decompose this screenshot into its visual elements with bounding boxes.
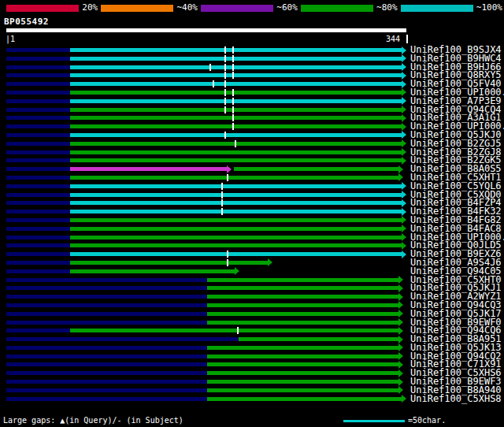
alignment-bar[interactable] <box>70 227 402 231</box>
identity-scale: 20%~40%~60%~80%~100% <box>6 2 502 13</box>
scale-segment-label: 20% <box>82 2 98 13</box>
alignment-bar[interactable] <box>207 371 398 375</box>
query-uncovered-line <box>6 218 70 222</box>
gaps-note: Large gaps: ▲(in Query)/- (in Subject) <box>3 415 183 426</box>
alignment-bar[interactable] <box>207 388 398 392</box>
alignment-bar[interactable] <box>207 321 398 325</box>
ruler-end-label: 344 <box>386 35 400 43</box>
alignment-bar[interactable] <box>70 73 402 77</box>
arrowhead-icon <box>402 106 406 113</box>
arrowhead-icon <box>402 131 406 139</box>
alignment-bar[interactable] <box>70 193 402 197</box>
scale-legend-line <box>343 420 405 422</box>
arrowhead-icon <box>398 352 403 360</box>
gap-marker-icon <box>221 208 223 215</box>
alignment-bar[interactable] <box>70 201 402 205</box>
arrowhead-icon <box>398 343 403 351</box>
alignment-bar[interactable] <box>70 65 402 69</box>
alignment-bar[interactable] <box>70 329 398 332</box>
alignment-bar[interactable] <box>70 150 402 154</box>
gap-marker-icon <box>232 123 234 130</box>
gap-marker-icon <box>221 191 223 199</box>
alignment-bar[interactable] <box>207 380 398 384</box>
query-uncovered-line <box>6 388 207 392</box>
arrowhead-icon <box>398 284 403 292</box>
query-uncovered-line <box>6 65 70 69</box>
scale-segment-label: ~80% <box>376 2 398 13</box>
query-uncovered-line <box>6 312 207 316</box>
query-bar <box>6 28 406 32</box>
query-uncovered-line <box>6 210 70 214</box>
query-uncovered-line <box>6 133 70 137</box>
query-uncovered-line <box>6 158 70 162</box>
query-uncovered-line <box>6 48 70 52</box>
alignment-bar[interactable] <box>70 124 402 128</box>
query-uncovered-line <box>6 286 207 290</box>
alignment-plot: UniRef100_B9SJX4UniRef100_B9HWC4UniRef10… <box>0 46 504 403</box>
gap-marker-icon <box>237 327 239 334</box>
arrowhead-icon <box>402 46 406 54</box>
alignment-bar[interactable] <box>70 82 402 86</box>
alignment-bar[interactable] <box>207 286 398 290</box>
alignment-bar[interactable] <box>70 261 267 265</box>
alignment-bar[interactable] <box>207 295 398 299</box>
alignment-row: UniRef100_C5XHS8 <box>0 395 504 403</box>
scale-segment-label: ~40% <box>176 2 198 13</box>
alignment-bar[interactable] <box>207 397 402 401</box>
arrowhead-icon <box>402 97 406 105</box>
alignment-bar[interactable] <box>70 269 235 273</box>
arrowhead-icon <box>402 139 406 147</box>
alignment-bar[interactable] <box>70 57 402 61</box>
gap-marker-icon <box>227 259 228 266</box>
query-uncovered-line <box>6 184 70 188</box>
hit-label[interactable]: UniRef100_C5XHS8 <box>410 394 502 403</box>
arrowhead-icon <box>398 378 403 386</box>
query-name: BP055492 <box>4 17 49 27</box>
alignment-bar[interactable] <box>239 337 398 341</box>
alignment-bar[interactable] <box>207 355 398 358</box>
alignment-bar[interactable] <box>70 116 402 120</box>
alignment-bar[interactable] <box>70 243 402 247</box>
gap-marker-icon <box>224 132 226 139</box>
alignment-bar[interactable] <box>70 210 402 214</box>
arrowhead-icon <box>402 114 406 122</box>
alignment-bar[interactable] <box>207 278 398 282</box>
arrowhead-icon <box>402 233 406 241</box>
alignment-bar[interactable] <box>70 91 402 95</box>
query-uncovered-line <box>6 295 207 299</box>
gap-marker-icon <box>221 199 223 206</box>
arrowhead-icon <box>398 318 403 326</box>
scale-segment <box>201 5 273 12</box>
ruler: |1 344 <box>0 35 504 44</box>
alignment-bar[interactable] <box>207 303 398 307</box>
gap-marker-icon <box>224 80 226 87</box>
query-uncovered-line <box>6 236 70 239</box>
alignment-bar[interactable] <box>70 252 402 256</box>
arrowhead-icon <box>402 88 406 96</box>
alignment-bar[interactable] <box>70 167 226 171</box>
alignment-bar[interactable] <box>70 184 402 188</box>
arrowhead-icon <box>402 157 406 165</box>
gap-marker-icon <box>227 174 228 181</box>
query-uncovered-line <box>6 362 207 366</box>
arrowhead-icon <box>402 123 406 131</box>
alignment-bar[interactable] <box>70 108 402 112</box>
alignment-bar[interactable] <box>70 158 402 162</box>
alignment-bar[interactable] <box>207 362 398 366</box>
alignment-bar[interactable] <box>70 236 402 239</box>
alignment-bar[interactable] <box>70 99 402 103</box>
ruler-start-label: |1 <box>6 35 15 43</box>
query-uncovered-line <box>6 371 207 375</box>
query-uncovered-line <box>6 227 70 231</box>
query-uncovered-line <box>6 355 207 358</box>
alignment-bar[interactable] <box>70 48 402 52</box>
arrowhead-icon <box>398 361 403 369</box>
query-uncovered-line <box>6 337 239 341</box>
alignment-bar[interactable] <box>207 312 398 316</box>
alignment-bar[interactable] <box>70 176 398 180</box>
alignment-bar[interactable] <box>234 167 398 171</box>
alignment-bar[interactable] <box>207 346 398 350</box>
alignment-bar[interactable] <box>70 133 402 137</box>
query-uncovered-line <box>6 116 70 120</box>
alignment-bar[interactable] <box>70 218 402 222</box>
